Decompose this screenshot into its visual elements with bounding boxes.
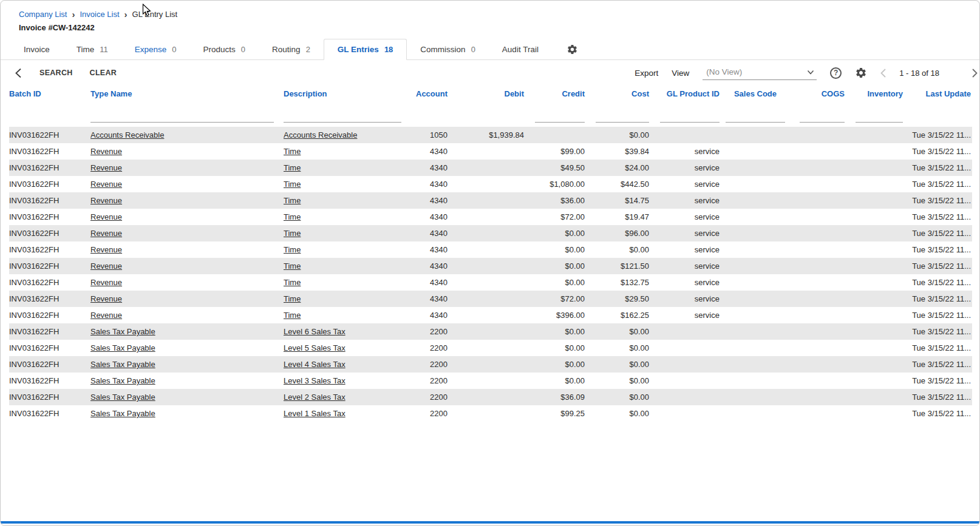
description-link[interactable]: Level 5 Sales Tax: [284, 343, 345, 352]
type-name-link[interactable]: Sales Tax Payable: [90, 360, 155, 369]
column-header-debit[interactable]: Debit: [449, 89, 525, 98]
tab-commission[interactable]: Commission0: [407, 39, 489, 59]
type-name-link[interactable]: Revenue: [90, 196, 122, 205]
cell-account: 4340: [411, 163, 449, 172]
column-header-last-update[interactable]: Last Update: [904, 89, 972, 98]
cell-type-name: Revenue: [90, 294, 284, 303]
column-header-cost[interactable]: Cost: [586, 89, 650, 98]
type-name-link[interactable]: Revenue: [90, 147, 122, 156]
page-next-icon[interactable]: [972, 69, 978, 78]
gl-entry-table: Batch IDType NameDescriptionAccountDebit…: [1, 86, 979, 422]
type-name-link[interactable]: Sales Tax Payable: [90, 327, 155, 336]
description-link[interactable]: Time: [284, 163, 301, 172]
description-link[interactable]: Time: [284, 294, 301, 303]
filter-cell: [790, 101, 846, 127]
tab-settings-gear-icon[interactable]: [567, 44, 578, 55]
cell-cost: $121.50: [586, 261, 650, 271]
column-header-inventory[interactable]: Inventory: [846, 89, 904, 98]
description-link[interactable]: Level 3 Sales Tax: [284, 376, 345, 385]
cell-credit: $36.09: [525, 393, 586, 402]
cell-last-update: Tue 3/15/22 11...: [904, 245, 972, 254]
filter-cogs-input[interactable]: [800, 109, 845, 123]
cell-batch-id: INV031622FH: [9, 294, 90, 303]
tab-routing[interactable]: Routing2: [259, 39, 324, 59]
description-link[interactable]: Time: [284, 180, 301, 189]
type-name-link[interactable]: Revenue: [90, 229, 122, 238]
description-link[interactable]: Level 1 Sales Tax: [284, 409, 345, 418]
description-link[interactable]: Time: [284, 212, 301, 221]
search-button[interactable]: SEARCH: [39, 69, 73, 77]
filter-type-name-input[interactable]: [90, 109, 274, 123]
cell-cost: $0.00: [586, 376, 650, 385]
column-header-cogs[interactable]: COGS: [790, 89, 846, 98]
view-dropdown[interactable]: (No View): [703, 66, 817, 80]
column-header-gl-product-id[interactable]: GL Product ID: [650, 89, 721, 98]
breadcrumb-invoice-list[interactable]: Invoice List: [80, 10, 119, 19]
tab-label: Commission: [420, 45, 465, 54]
type-name-link[interactable]: Revenue: [90, 245, 122, 254]
column-header-type-name[interactable]: Type Name: [90, 89, 284, 98]
cell-cost: $442.50: [586, 180, 650, 189]
filter-cost-input[interactable]: [596, 109, 649, 123]
type-name-link[interactable]: Revenue: [90, 261, 122, 271]
description-link[interactable]: Time: [284, 311, 301, 320]
column-header-credit[interactable]: Credit: [525, 89, 586, 98]
table-row: INV031622FHRevenueTime4340$396.00$162.25…: [9, 307, 972, 323]
cell-type-name: Sales Tax Payable: [90, 393, 284, 402]
tab-products[interactable]: Products0: [190, 39, 259, 59]
description-link[interactable]: Time: [284, 261, 301, 271]
pagination-label: 1 - 18 of 18: [899, 69, 939, 78]
type-name-link[interactable]: Sales Tax Payable: [90, 393, 155, 402]
settings-gear-icon[interactable]: [855, 67, 867, 79]
description-link[interactable]: Time: [284, 278, 301, 287]
page-prev-icon[interactable]: [880, 69, 886, 78]
tab-expense[interactable]: Expense0: [121, 39, 190, 59]
type-name-link[interactable]: Revenue: [90, 294, 122, 303]
export-button[interactable]: Export: [635, 69, 658, 78]
filter-inventory-input[interactable]: [856, 109, 903, 123]
type-name-link[interactable]: Revenue: [90, 278, 122, 287]
cell-type-name: Revenue: [90, 212, 284, 221]
column-header-description[interactable]: Description: [284, 89, 411, 98]
cell-last-update: Tue 3/15/22 11...: [904, 409, 972, 418]
description-link[interactable]: Time: [284, 245, 301, 254]
back-icon[interactable]: [15, 68, 21, 78]
description-link[interactable]: Level 6 Sales Tax: [284, 327, 345, 336]
type-name-link[interactable]: Sales Tax Payable: [90, 343, 155, 352]
cell-gl-product-id: service: [650, 196, 721, 205]
description-link[interactable]: Time: [284, 196, 301, 205]
type-name-link[interactable]: Sales Tax Payable: [90, 409, 155, 418]
cell-description: Level 1 Sales Tax: [284, 409, 411, 418]
cell-account: 2200: [411, 376, 449, 385]
description-link[interactable]: Level 4 Sales Tax: [284, 360, 345, 369]
help-icon[interactable]: ?: [830, 67, 842, 79]
cell-description: Time: [284, 245, 411, 254]
tab-time[interactable]: Time11: [63, 39, 121, 59]
type-name-link[interactable]: Accounts Receivable: [90, 130, 164, 140]
view-button[interactable]: View: [672, 69, 689, 78]
type-name-link[interactable]: Sales Tax Payable: [90, 376, 155, 385]
column-header-batch-id[interactable]: Batch ID: [9, 89, 90, 98]
clear-button[interactable]: CLEAR: [90, 69, 117, 77]
filter-credit-input[interactable]: [535, 109, 585, 123]
type-name-link[interactable]: Revenue: [90, 180, 122, 189]
breadcrumb-company-list[interactable]: Company List: [19, 10, 67, 19]
cell-credit: $99.25: [525, 409, 586, 418]
filter-gl-product-id-input[interactable]: [660, 109, 720, 123]
tab-invoice[interactable]: Invoice: [10, 39, 63, 59]
description-link[interactable]: Time: [284, 147, 301, 156]
filter-sales-code-input[interactable]: [726, 109, 785, 123]
type-name-link[interactable]: Revenue: [90, 212, 122, 221]
tab-audit-trail[interactable]: Audit Trail: [489, 39, 552, 59]
tab-gl-entries[interactable]: GL Entries18: [324, 39, 407, 60]
table-header-row: Batch IDType NameDescriptionAccountDebit…: [9, 86, 979, 101]
description-link[interactable]: Accounts Receivable: [284, 130, 357, 140]
column-header-sales-code[interactable]: Sales Code: [721, 89, 790, 98]
cell-batch-id: INV031622FH: [9, 229, 90, 238]
filter-description-input[interactable]: [284, 109, 401, 123]
description-link[interactable]: Level 2 Sales Tax: [284, 393, 345, 402]
type-name-link[interactable]: Revenue: [90, 311, 122, 320]
description-link[interactable]: Time: [284, 229, 301, 238]
column-header-account[interactable]: Account: [411, 89, 449, 98]
type-name-link[interactable]: Revenue: [90, 163, 122, 172]
